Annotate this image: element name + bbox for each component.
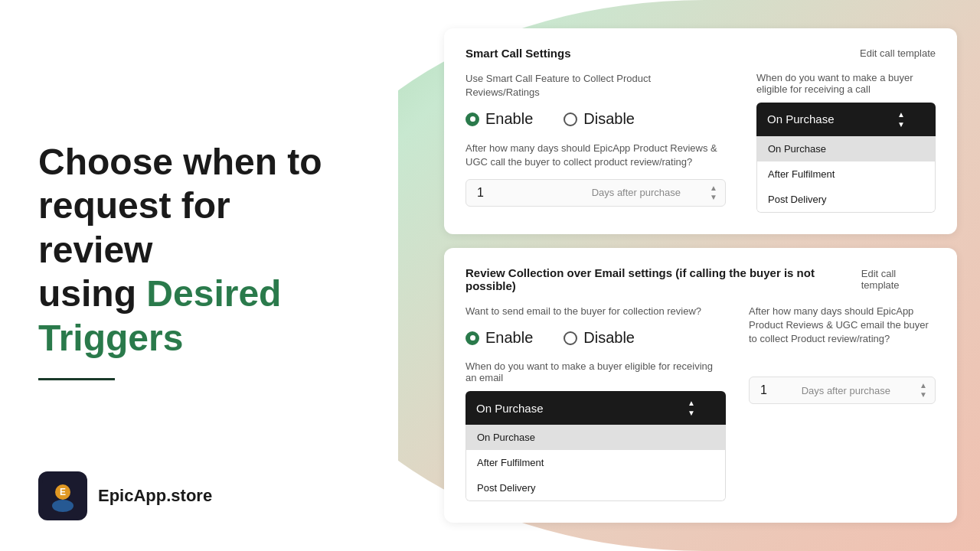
card2-dropdown-arrow: ▲ ▼	[688, 399, 695, 417]
brand-logo: E	[38, 471, 87, 520]
email-settings-card: Review Collection over Email settings (i…	[444, 248, 957, 523]
card1-selected-value: On Purchase	[767, 112, 835, 126]
card1-radio-group: Enable Disable	[466, 110, 726, 128]
main-heading: Choose when to request for review using …	[38, 140, 352, 360]
card2-option-on-purchase[interactable]: On Purchase	[466, 425, 725, 450]
card2-disable-circle	[564, 331, 577, 345]
card2-days-value: 1	[760, 383, 802, 397]
card2-radio-group: Enable Disable	[466, 329, 726, 347]
card1-feature-label: Use Smart Call Feature to Collect Produc…	[466, 72, 726, 99]
card1-dropdown-selected[interactable]: On Purchase ▲ ▼	[756, 103, 936, 136]
card2-days-down[interactable]: ▼	[920, 391, 927, 399]
card1-disable-radio[interactable]: Disable	[564, 110, 635, 128]
card2-header: Review Collection over Email settings (i…	[466, 266, 936, 292]
card2-days-suffix: Days after purchase	[802, 385, 890, 396]
brand-footer: E EpicApp.store	[38, 471, 212, 520]
card1-enable-label: Enable	[485, 110, 533, 128]
card2-days-up[interactable]: ▲	[920, 382, 927, 390]
card2-when-label: When do you want to make a buyer eligibl…	[466, 360, 726, 383]
card1-dropdown-options: On Purchase After Fulfilment Post Delive…	[756, 136, 936, 213]
card1-option-post-delivery[interactable]: Post Delivery	[757, 187, 935, 212]
card2-option-after-fulfilment[interactable]: After Fulfilment	[466, 450, 725, 475]
card1-title: Smart Call Settings	[466, 47, 571, 60]
card1-after-days-label: After how many days should EpicApp Produ…	[466, 142, 726, 169]
card2-disable-radio[interactable]: Disable	[564, 329, 635, 347]
card2-disable-label: Disable	[583, 329, 635, 347]
card1-header: Smart Call Settings Edit call template	[466, 47, 936, 60]
svg-text:E: E	[60, 487, 66, 497]
card1-disable-label: Disable	[583, 110, 635, 128]
card1-enable-circle	[466, 112, 479, 126]
card2-right: After how many days should EpicApp Produ…	[749, 305, 936, 504]
card2-option-post-delivery[interactable]: Post Delivery	[466, 475, 725, 500]
card1-option-after-fulfilment[interactable]: After Fulfilment	[757, 161, 935, 187]
card2-days-label: After how many days should EpicApp Produ…	[749, 305, 936, 347]
card2-body: Want to send email to the buyer for coll…	[466, 305, 936, 504]
card1-left: Use Smart Call Feature to Collect Produc…	[466, 72, 726, 216]
svg-point-2	[52, 500, 74, 512]
card2-enable-label: Enable	[485, 329, 533, 347]
divider	[38, 378, 115, 380]
card1-days-value: 1	[477, 186, 592, 200]
card1-disable-circle	[564, 112, 577, 126]
card1-dropdown[interactable]: On Purchase ▲ ▼ On Purchase After Fulfil…	[756, 103, 936, 213]
left-panel: Choose when to request for review using …	[0, 0, 398, 551]
card1-body: Use Smart Call Feature to Collect Produc…	[466, 72, 936, 216]
smart-call-card: Smart Call Settings Edit call template U…	[444, 28, 957, 234]
card2-dropdown[interactable]: On Purchase ▲ ▼ On Purchase After Fulfil…	[466, 391, 726, 501]
card2-days-input: 1 Days after purchase ▲ ▼	[749, 377, 936, 404]
card1-days-arrows[interactable]: ▲ ▼	[710, 184, 717, 201]
card1-enable-radio[interactable]: Enable	[466, 110, 533, 128]
card2-email-label: Want to send email to the buyer for coll…	[466, 305, 726, 318]
card2-days-arrows[interactable]: ▲ ▼	[920, 382, 927, 399]
card1-edit-link[interactable]: Edit call template	[860, 47, 936, 59]
right-content: Smart Call Settings Edit call template U…	[398, 0, 980, 551]
card1-days-suffix: Days after purchase	[592, 187, 681, 198]
card2-selected-value: On Purchase	[476, 402, 544, 415]
card1-days-up[interactable]: ▲	[710, 184, 717, 192]
card1-when-label: When do you want to make a buyer eligibl…	[756, 72, 936, 95]
card2-enable-circle	[466, 331, 479, 345]
card2-left: Want to send email to the buyer for coll…	[466, 305, 726, 504]
card2-enable-radio[interactable]: Enable	[466, 329, 533, 347]
card1-days-down[interactable]: ▼	[710, 194, 717, 201]
card2-dropdown-options: On Purchase After Fulfilment Post Delive…	[466, 425, 726, 501]
card1-right: When do you want to make a buyer eligibl…	[756, 72, 936, 216]
card1-days-input: 1 Days after purchase ▲ ▼	[466, 179, 726, 207]
card2-edit-link[interactable]: Edit call template	[861, 268, 936, 291]
card1-option-on-purchase[interactable]: On Purchase	[757, 136, 935, 161]
card1-dropdown-arrow: ▲ ▼	[897, 110, 905, 129]
card2-dropdown-selected[interactable]: On Purchase ▲ ▼	[466, 391, 726, 425]
card2-title: Review Collection over Email settings (i…	[466, 266, 861, 292]
brand-name: EpicApp.store	[98, 486, 212, 506]
